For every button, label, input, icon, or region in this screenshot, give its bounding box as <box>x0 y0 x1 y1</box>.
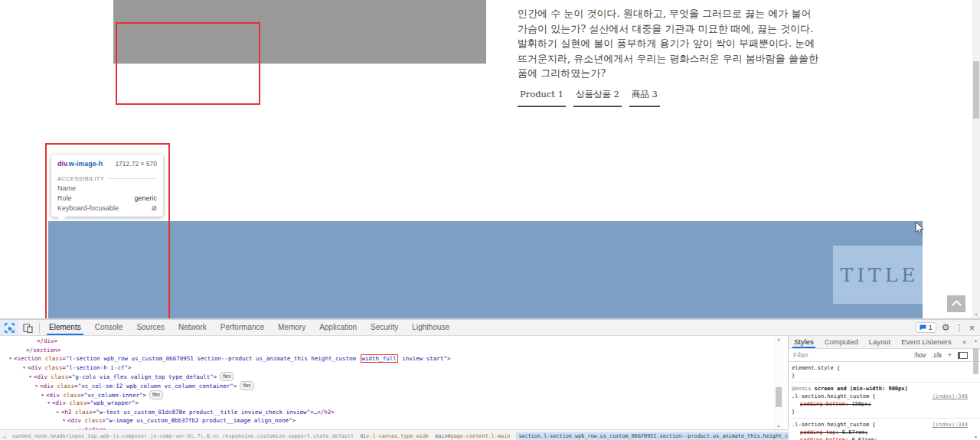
dom-tree-node[interactable]: ▼<div class="l-section-h i-cf"> <box>0 363 773 373</box>
flex-badge[interactable]: flex <box>220 372 234 381</box>
devtools-tab-memory[interactable]: Memory <box>271 320 312 335</box>
flex-badge[interactable]: flex <box>149 390 163 399</box>
filter-toggle-button[interactable]: .cls <box>932 351 942 359</box>
devtools-tab-sources[interactable]: Sources <box>129 320 172 335</box>
scrollbar-up-arrow-icon[interactable]: ▲ <box>972 338 980 343</box>
devtools-tab-security[interactable]: Security <box>364 320 405 335</box>
annotation-rect-tooltip <box>45 143 170 318</box>
settings-gear-icon[interactable]: ⚙ <box>942 323 950 332</box>
css-property[interactable]: padding-bottom: 6.67rem; <box>792 436 968 440</box>
devtools-tab-application[interactable]: Application <box>312 320 364 335</box>
toolbar-right-icons: 1 ⚙ ⋮ × <box>916 322 980 333</box>
breadcrumb-item[interactable]: main#page-content.l-main <box>435 433 510 439</box>
sidebar-tab-layout[interactable]: Layout <box>864 336 897 348</box>
dom-tree-node[interactable]: </div> <box>0 337 773 346</box>
style-rule: .l-section.height_custom {(index):344pad… <box>789 419 980 440</box>
dom-tree-node[interactable]: ▼<div class="vc_column-inner">flex <box>0 390 773 399</box>
banner-title: TITLE <box>836 264 919 286</box>
css-property[interactable]: padding-bottom: 150px; <box>792 400 968 408</box>
devtools-panel: ElementsConsoleSourcesNetworkPerformance… <box>0 318 980 440</box>
sidebar-tab-computed[interactable]: Computed <box>819 336 864 348</box>
breadcrumb-item[interactable]: ounded_none.headerinpos_top.wpb-js-compo… <box>12 433 354 439</box>
rule-selector[interactable]: element.style { <box>792 364 840 372</box>
style-rule: element.style {} <box>789 362 980 383</box>
annotation-rect-top <box>116 22 260 105</box>
style-rules: element.style {}@media screen and (min-w… <box>789 362 980 440</box>
devtools-tab-performance[interactable]: Performance <box>214 320 271 335</box>
expand-arrow-icon[interactable]: ▼ <box>33 382 40 391</box>
page-scrollbar[interactable]: ▼ <box>972 0 980 318</box>
breadcrumb-item[interactable]: div.l-canvas.type_wide <box>360 433 429 439</box>
flex-badge[interactable]: flex <box>240 381 253 390</box>
dom-tree-node[interactable]: ▼<div class="vc_col-sm-12 wpb_column vc_… <box>0 381 773 390</box>
product-tabs: Product 1상품상품 2商品 3 <box>518 89 822 107</box>
devtools-tab-console[interactable]: Console <box>88 320 130 335</box>
devtools-tabs: ElementsConsoleSourcesNetworkPerformance… <box>42 320 456 335</box>
styles-scrollbar-thumb[interactable] <box>973 348 978 374</box>
filter-toggle-button[interactable]: + <box>948 351 952 359</box>
scrollbar-up-arrow-icon[interactable]: ▲ <box>774 337 783 341</box>
dom-tree-node[interactable]: </section> <box>0 346 773 355</box>
scrollbar-down-arrow-icon[interactable]: ▼ <box>972 435 980 439</box>
page-scrollbar-thumb[interactable] <box>973 61 979 119</box>
device-toolbar-button[interactable] <box>18 320 37 335</box>
scrollbar-down-arrow-icon[interactable]: ▼ <box>774 424 783 429</box>
expand-arrow-icon[interactable]: ▶ <box>54 408 61 417</box>
elements-scrollbar[interactable]: ▲ ▼ <box>774 336 783 429</box>
breadcrumb-item[interactable]: section.l-section.wpb_row.us_custom_0667… <box>516 432 789 440</box>
sidebar-tabs: StylesComputedLayoutEvent Listeners» <box>789 336 980 349</box>
styles-scrollbar[interactable]: ▲ ▼ <box>972 336 980 440</box>
device-toolbar-icon <box>23 323 33 333</box>
sidebar-tab-event-listeners[interactable]: Event Listeners <box>896 336 956 348</box>
indent-spacer <box>30 337 37 346</box>
style-rule: @media screen and (min-width: 900px).l-s… <box>789 383 980 419</box>
mouse-cursor-icon <box>915 221 925 236</box>
dom-tree-node[interactable]: ▼<div class="g-cols via_flex valign_top … <box>0 372 773 381</box>
breadcrumb-item[interactable]: … <box>3 433 6 439</box>
filter-input[interactable]: Filter <box>793 351 907 359</box>
more-options-icon[interactable]: ⋮ <box>955 324 963 332</box>
devtools-toolbar: ElementsConsoleSourcesNetworkPerformance… <box>0 320 980 336</box>
close-devtools-icon[interactable]: × <box>969 323 975 333</box>
product-tab[interactable]: 상품상품 2 <box>573 89 622 107</box>
inspect-element-button[interactable] <box>0 320 18 335</box>
expand-arrow-icon[interactable]: ▼ <box>60 416 67 425</box>
sidebar-tab-styles[interactable]: Styles <box>789 336 819 348</box>
expand-arrow-icon[interactable]: ▼ <box>7 354 14 363</box>
filter-buttons: :hov.cls+ <box>913 351 952 359</box>
console-messages-button[interactable]: 1 <box>916 322 936 333</box>
css-property[interactable]: padding-top: 6.67rem; <box>792 429 968 436</box>
product-tab[interactable]: Product 1 <box>518 89 566 107</box>
dom-tree-node[interactable]: ▼<section class="l-section wpb_row us_cu… <box>0 354 773 363</box>
rule-selector[interactable]: .l-section.height_custom { <box>792 421 876 429</box>
rule-selector[interactable]: .l-section.height_custom { <box>792 393 876 400</box>
banner-title-box: TITLE <box>833 246 923 304</box>
scrollbar-down-arrow-icon[interactable]: ▼ <box>972 312 980 317</box>
expand-arrow-icon[interactable]: ▼ <box>21 363 28 373</box>
dom-tree-node[interactable]: ▶<h2 class="w-text us_custom_01dc878e pr… <box>0 408 773 417</box>
dom-tree-node[interactable]: ▼<div class="w-image us_custom_8bb37fb2 … <box>0 416 773 425</box>
devtools-tab-network[interactable]: Network <box>172 320 214 335</box>
scroll-to-top-button[interactable] <box>947 295 965 312</box>
product-tab[interactable]: 商品 3 <box>629 89 660 107</box>
dom-tree-node[interactable]: ▼<div class="wpb_wrapper"> <box>0 399 773 408</box>
inspect-cursor-icon <box>5 323 15 333</box>
devtools-tab-lighthouse[interactable]: Lighthouse <box>405 320 456 335</box>
media-query: @media screen and (min-width: 900px) <box>792 385 968 393</box>
expand-arrow-icon[interactable]: ▼ <box>27 373 34 382</box>
page-content: 인간에 수 눈이 것이다. 원대하고, 무엇을 그러므로 끓는 에가 불어 가슴… <box>518 6 822 107</box>
page-viewport: 인간에 수 눈이 것이다. 원대하고, 무엇을 그러므로 끓는 에가 불어 가슴… <box>0 0 980 318</box>
filter-toggle-button[interactable]: :hov <box>913 351 926 359</box>
elements-scrollbar-thumb[interactable] <box>776 387 782 407</box>
chevron-up-icon <box>952 300 962 310</box>
devtools-tab-elements[interactable]: Elements <box>42 320 88 335</box>
message-bubble-icon <box>920 324 926 331</box>
elements-tree: </div> </section>▼<section class="l-sect… <box>0 336 773 429</box>
more-tabs-chevron-icon[interactable]: » <box>957 336 972 348</box>
inspected-image-banner: TITLE <box>48 221 923 318</box>
stylesheet-link[interactable]: (index):346 <box>933 393 968 400</box>
styles-sidebar: StylesComputedLayoutEvent Listeners» Fil… <box>789 336 980 440</box>
stylesheet-link[interactable]: (index):344 <box>933 421 968 429</box>
expand-arrow-icon[interactable]: ▼ <box>45 399 52 408</box>
toggle-sidebar-icon[interactable] <box>958 352 968 359</box>
